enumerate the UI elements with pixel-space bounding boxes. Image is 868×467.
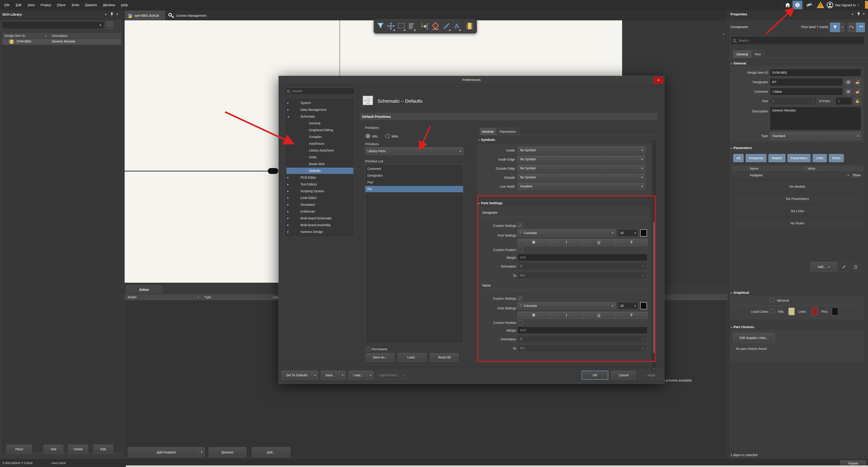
column-design-item-id[interactable]: Design Item ID [4,34,25,37]
scroll-down-arrow[interactable]: ▼ [653,368,656,370]
select-inside-button[interactable] [856,23,865,32]
footer-save-button[interactable]: Save...▼ [321,371,346,380]
mms-radio[interactable] [385,134,390,138]
menu-project[interactable]: Project [37,0,54,10]
edit-supplier-links-button[interactable]: Edit Supplier Links... [733,333,775,343]
library-row[interactable]: SYM-0001 Generic Resistor [2,39,121,45]
editor-tab[interactable]: Editor [126,285,162,293]
symbols-line-width-dropdown[interactable]: Smallest▼ [518,183,645,190]
visibility-button[interactable] [804,1,814,9]
show-link[interactable]: Show [852,173,861,177]
browse-button[interactable]: ... [106,21,114,29]
part-lock-button[interactable] [854,97,861,105]
footer-load-button[interactable]: Load...▼ [348,371,374,380]
column-name[interactable]: Name [750,167,758,170]
panel-menu-icon[interactable]: ▼ [851,13,854,15]
panel-menu-icon[interactable]: ▼ [104,13,107,16]
scroll-up-arrow[interactable]: ▲ [653,137,656,139]
prefs-tab-parameters[interactable]: Parameters [496,128,520,135]
place-button[interactable]: Place [6,445,32,454]
menu-edit[interactable]: Edit [13,0,25,10]
ok-button[interactable]: OK [582,371,608,380]
menu-view[interactable]: View [25,0,37,10]
filter-links-button[interactable]: Links [813,154,827,162]
mils-radio[interactable] [366,134,370,138]
place-part-tool[interactable] [465,21,474,31]
of-parts-field[interactable]: 1 [835,97,852,105]
home-button[interactable] [784,1,792,9]
edit-parameter-button[interactable] [839,262,849,272]
tab-pins[interactable]: Pins [752,50,764,58]
reset-all-button[interactable]: Reset All [430,353,459,362]
signin-status[interactable]: Not Signed In ▾ [835,0,859,10]
dialog-close-button[interactable]: × [654,77,663,84]
comment-visibility-button[interactable] [844,88,852,95]
chevron-down-icon[interactable]: ▼ [847,174,849,177]
designator-lock-button[interactable] [854,78,861,86]
filter-parameters-button[interactable]: Parameters [787,154,810,162]
preferences-gear-button[interactable] [793,1,802,9]
filter-objects-button[interactable] [830,23,840,32]
menu-reports[interactable]: Reports [82,0,100,10]
add-footprint-button[interactable]: Add Footprint ▼ [128,447,205,457]
tab-general[interactable]: General [733,50,751,58]
place-line-tool[interactable] [442,21,451,31]
warnings-button[interactable]: ! [816,1,825,9]
close-icon[interactable]: × [863,12,865,16]
description-field[interactable]: Generic Resistor [770,107,861,130]
properties-search[interactable] [731,36,864,45]
primitives-dropdown[interactable]: Library Parts▼ [365,147,464,155]
resistor-body[interactable] [268,168,278,174]
designator-visibility-button[interactable] [844,78,852,86]
place-polygon-tool[interactable] [431,21,440,31]
place-text-tool[interactable]: A [453,21,461,31]
delete-parameter-button[interactable] [851,262,861,272]
select-rect-tool[interactable] [397,21,406,31]
tab-license-management[interactable]: License Management [166,11,216,20]
symbols-inside-dropdown[interactable]: No Symbol▼ [518,147,645,154]
column-type[interactable]: Type [204,295,211,299]
save-as-button[interactable]: Save As... [366,353,395,362]
comment-field[interactable]: =Value [770,88,843,95]
panel-collapse-chevron[interactable]: « [722,32,724,36]
symbols-section-header[interactable]: Symbols [478,137,495,142]
set-to-defaults-button[interactable]: Set To Defaults▼ [281,371,318,380]
import-from-button[interactable]: Import From...▼ [376,371,408,380]
symbols-inside-edge-dropdown[interactable]: No Symbol▼ [518,156,645,163]
design-item-id-field[interactable]: SYM-0001 [770,69,861,76]
edit-button[interactable]: Edit [93,445,113,454]
filter-footprints-button[interactable]: Footprints [746,154,767,162]
designator-field[interactable]: R? [770,78,843,86]
chevron-down-icon[interactable]: ▼ [340,371,345,379]
chevron-down-icon[interactable]: ▼ [312,371,318,379]
column-description[interactable]: Description [52,34,68,37]
type-dropdown[interactable]: Standard▼ [770,132,861,140]
tab-schlib[interactable]: sym-0001.SchLib [125,11,165,20]
align-tool[interactable] [407,21,416,31]
parameters-section-header[interactable]: Parameters [731,146,752,150]
chevron-down-icon[interactable]: ▼ [368,371,373,379]
dialog-title-bar[interactable]: Preferences × [279,76,664,84]
comment-lock-button[interactable] [854,88,861,95]
move-tool[interactable] [386,21,395,31]
filter-dropdown-button[interactable]: ▼ [840,23,845,32]
pins-swatch[interactable] [832,308,838,315]
general-section-header[interactable]: General [731,61,746,66]
filter-tool[interactable] [376,21,385,31]
permanent-checkbox[interactable] [366,347,370,351]
edit-model-button[interactable]: Edit... [252,447,290,457]
cancel-button[interactable]: Cancel [611,371,637,380]
column-value[interactable]: Value [807,167,815,170]
lines-swatch[interactable] [811,308,818,315]
mirrored-checkbox[interactable] [770,298,775,302]
account-avatar[interactable] [826,1,834,9]
pin-icon[interactable] [857,12,860,16]
prefs-tab-general[interactable]: General [480,128,496,135]
filter-all-button[interactable]: All [733,154,744,162]
pin-icon[interactable] [111,12,113,17]
close-icon[interactable]: × [116,12,118,17]
part-dropdown[interactable]: 1▼ [770,97,816,105]
apply-button[interactable]: Apply [639,371,663,380]
part-choices-section-header[interactable]: Part Choices [731,325,754,329]
delete-button[interactable]: Delete [68,445,88,454]
